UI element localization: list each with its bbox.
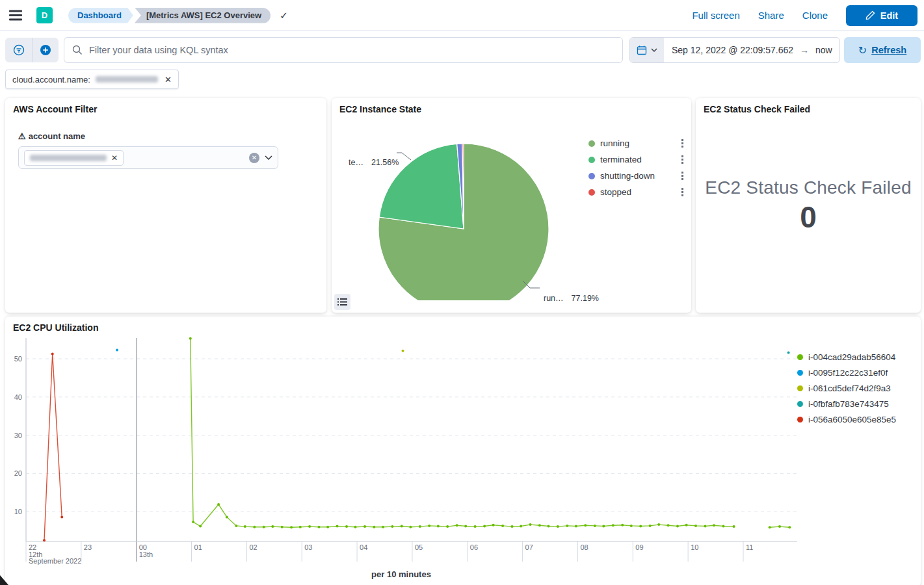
data-point [199, 525, 202, 528]
account-name-combobox[interactable]: ✕ ✕ [18, 146, 278, 169]
dropdown-chevron-icon[interactable] [265, 155, 272, 160]
share-button[interactable]: Share [758, 10, 784, 21]
refresh-button[interactable]: ↻ Refresh [844, 37, 921, 63]
calendar-icon [637, 45, 647, 55]
data-point [308, 525, 311, 528]
legend-item-running[interactable]: running [588, 138, 685, 149]
cpu-chart-area: 10203040502212thSeptember 2022230013th01… [5, 333, 921, 568]
legend-item-i-0095f12c22c31ef0f[interactable]: i-0095f12c22c31ef0f [797, 368, 896, 378]
data-point [391, 525, 393, 528]
data-point [244, 525, 246, 528]
data-point [612, 524, 614, 526]
panel-title: AWS Account Filter [5, 98, 326, 114]
data-point [51, 352, 54, 355]
date-picker-menu-button[interactable] [630, 38, 664, 62]
panel-aws-account-filter: AWS Account Filter ⚠ account name ✕ ✕ [5, 98, 326, 313]
data-point [235, 525, 237, 527]
legend-item-shutting-down[interactable]: shutting-down [588, 170, 685, 181]
tag-remove-icon[interactable]: ✕ [111, 153, 118, 162]
kql-search-input[interactable] [89, 45, 614, 55]
add-filter-button[interactable] [32, 38, 59, 62]
selected-account-value-redacted [30, 155, 107, 161]
arrow-right-icon: → [800, 45, 809, 55]
pie-legend: runningterminatedshutting-downstopped [588, 138, 685, 198]
data-point [657, 523, 660, 526]
edit-button[interactable]: Edit [846, 5, 917, 26]
menu-icon[interactable] [0, 0, 31, 31]
data-point [511, 525, 514, 528]
svg-text:06: 06 [470, 543, 478, 551]
svg-text:11: 11 [746, 543, 753, 551]
legend-item-i-061cd5def74d2f9a3[interactable]: i-061cd5def74d2f9a3 [797, 384, 896, 393]
data-point [446, 525, 449, 528]
pie-label-terminated: te…21.56% [349, 158, 399, 167]
data-point [584, 524, 587, 526]
legend-item-stopped[interactable]: stopped [588, 187, 685, 198]
data-point [428, 525, 430, 527]
plus-in-circle-icon [40, 44, 51, 56]
control-label: ⚠ account name [18, 131, 326, 141]
svg-text:03: 03 [304, 543, 312, 551]
full-screen-button[interactable]: Full screen [692, 10, 739, 21]
legend-item-i-004cad29adab56604[interactable]: i-004cad29adab56604 [797, 352, 896, 362]
kql-search-bar [64, 37, 623, 63]
data-point [538, 524, 541, 526]
data-point [566, 525, 568, 527]
date-range-picker: Sep 12, 2022 @ 22:09:57.662 → now [629, 37, 840, 63]
data-point [557, 525, 559, 528]
data-point [271, 525, 274, 528]
svg-text:30: 30 [14, 432, 22, 439]
data-point [253, 526, 256, 528]
svg-text:20: 20 [14, 469, 22, 477]
list-icon [337, 298, 347, 306]
data-point [464, 525, 467, 528]
panel-title: EC2 Status Check Failed [696, 98, 921, 114]
data-point [318, 526, 321, 528]
clone-button[interactable]: Clone [802, 10, 828, 21]
legend-label: i-056a6050e605e85e5 [808, 415, 896, 424]
legend-item-i-0fbfafb783e743475[interactable]: i-0fbfafb783e743475 [797, 399, 896, 409]
svg-text:50: 50 [14, 355, 22, 363]
panel-ec2-instance-state: EC2 Instance State te…21.56% run…77.19% … [332, 98, 691, 313]
date-range-start[interactable]: Sep 12, 2022 @ 22:09:57.662 [672, 45, 793, 55]
data-point [419, 525, 421, 528]
data-point [722, 525, 725, 528]
saved-query-filter-button[interactable] [5, 38, 32, 62]
clear-selection-icon[interactable]: ✕ [249, 153, 259, 163]
pie-chart-area: te…21.56% run…77.19% runningterminatedsh… [332, 114, 691, 300]
pie-slice-terminated[interactable] [379, 144, 464, 229]
data-point [483, 525, 486, 528]
metric-label: EC2 Status Check Failed [705, 177, 911, 198]
remove-filter-icon[interactable]: ✕ [165, 75, 172, 84]
legend-dot-icon [797, 385, 803, 391]
legend-item-menu-icon[interactable] [680, 154, 685, 165]
legend-item-terminated[interactable]: terminated [588, 154, 685, 165]
breadcrumb-dashboard[interactable]: Dashboard [68, 8, 133, 23]
data-point [474, 525, 477, 528]
legend-toggle-button[interactable] [334, 294, 350, 310]
top-navigation: D Dashboard [Metrics AWS] EC2 Overview ✓… [0, 0, 924, 31]
data-point [60, 515, 63, 518]
legend-item-i-056a6050e605e85e5[interactable]: i-056a6050e605e85e5 [797, 415, 896, 424]
data-point [402, 350, 404, 352]
data-point [639, 525, 642, 528]
data-point [704, 525, 707, 528]
pie-label-running: run…77.19% [544, 294, 599, 303]
data-point [290, 526, 293, 528]
date-range-end[interactable]: now [815, 45, 832, 55]
app-icon-badge[interactable]: D [36, 7, 53, 23]
legend-item-menu-icon[interactable] [680, 138, 685, 149]
legend-dot-icon [797, 417, 803, 422]
legend-item-menu-icon[interactable] [680, 187, 685, 198]
data-point [621, 524, 624, 526]
breadcrumb-current-page[interactable]: [Metrics AWS] EC2 Overview [135, 8, 271, 23]
legend-item-menu-icon[interactable] [680, 170, 685, 181]
legend-dot-icon [588, 140, 595, 147]
data-point [548, 525, 550, 528]
data-point [217, 503, 220, 506]
search-icon [72, 45, 83, 55]
filter-pill-cloud-account-name[interactable]: cloud.account.name: ✕ [5, 70, 179, 89]
data-point [713, 524, 715, 526]
filter-pill-row: cloud.account.name: ✕ [0, 63, 924, 89]
cpu-chart-legend: i-004cad29adab56604i-0095f12c22c31ef0fi-… [797, 333, 896, 568]
